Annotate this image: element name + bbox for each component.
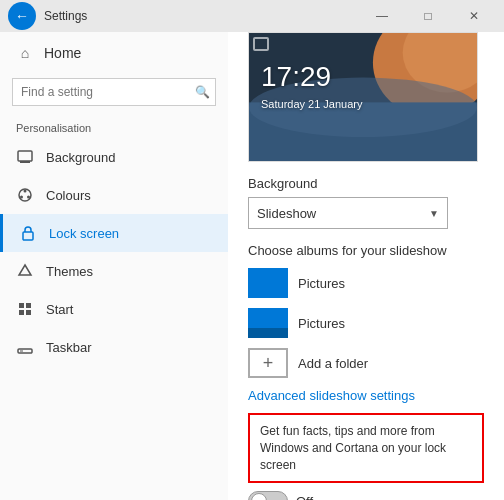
sidebar-item-taskbar[interactable]: Taskbar	[0, 328, 228, 366]
svg-point-4	[27, 196, 30, 199]
cortana-text: Get fun facts, tips and more from Window…	[260, 424, 446, 472]
close-button[interactable]: ✕	[452, 2, 496, 30]
album-thumb-2	[248, 308, 288, 338]
svg-rect-1	[20, 161, 30, 163]
lock-screen-label: Lock screen	[49, 226, 119, 241]
svg-rect-0	[18, 151, 32, 161]
back-button[interactable]: ←	[8, 2, 36, 30]
lock-date: Saturday 21 January	[261, 98, 363, 110]
home-icon: ⌂	[16, 44, 34, 62]
lock-screen-preview: 17:29 Saturday 21 January	[248, 32, 478, 162]
background-icon	[16, 148, 34, 166]
maximize-icon: □	[424, 9, 431, 23]
dropdown-value: Slideshow	[257, 206, 429, 221]
minimize-button[interactable]: —	[360, 2, 404, 30]
svg-point-5	[20, 196, 23, 199]
preview-bg	[249, 33, 477, 161]
sidebar-item-background[interactable]: Background	[0, 138, 228, 176]
taskbar-label: Taskbar	[46, 340, 92, 355]
advanced-slideshow-link[interactable]: Advanced slideshow settings	[248, 388, 484, 403]
sidebar-item-start[interactable]: Start	[0, 290, 228, 328]
toggle-row: Off	[248, 491, 484, 500]
themes-label: Themes	[46, 264, 93, 279]
settings-window: ← Settings — □ ✕ ⌂ Home 🔍 Pers	[0, 0, 504, 500]
svg-rect-6	[23, 232, 33, 240]
colours-label: Colours	[46, 188, 91, 203]
titlebar-title: Settings	[44, 9, 87, 23]
album-item-2[interactable]: Pictures	[248, 306, 484, 340]
close-icon: ✕	[469, 9, 479, 23]
album-name-1: Pictures	[298, 276, 345, 291]
lock-icon	[19, 224, 37, 242]
svg-rect-10	[26, 310, 31, 315]
search-input[interactable]	[12, 78, 216, 106]
albums-label: Choose albums for your slideshow	[248, 243, 484, 258]
start-label: Start	[46, 302, 73, 317]
monitor-icon	[253, 37, 269, 51]
taskbar-icon	[16, 338, 34, 356]
colours-icon	[16, 186, 34, 204]
sidebar-item-colours[interactable]: Colours	[0, 176, 228, 214]
sidebar-item-lock-screen[interactable]: Lock screen	[0, 214, 228, 252]
section-label: Personalisation	[0, 116, 228, 138]
album-item-1[interactable]: Pictures	[248, 266, 484, 300]
sidebar-item-themes[interactable]: Themes	[0, 252, 228, 290]
cortana-info-box: Get fun facts, tips and more from Window…	[248, 413, 484, 483]
titlebar: ← Settings — □ ✕	[0, 0, 504, 32]
sidebar: ⌂ Home 🔍 Personalisation Background Colo…	[0, 32, 228, 500]
svg-rect-8	[26, 303, 31, 308]
themes-icon	[16, 262, 34, 280]
svg-rect-7	[19, 303, 24, 308]
album-thumb-1	[248, 268, 288, 298]
background-dropdown[interactable]: Slideshow ▼	[248, 197, 448, 229]
titlebar-controls: — □ ✕	[360, 2, 496, 30]
toggle-label: Off	[296, 494, 313, 500]
home-label: Home	[44, 45, 81, 61]
background-section-label: Background	[248, 176, 484, 191]
background-label: Background	[46, 150, 115, 165]
add-folder-icon: +	[248, 348, 288, 378]
svg-rect-12	[20, 351, 23, 352]
svg-rect-9	[19, 310, 24, 315]
lock-time: 17:29	[261, 61, 331, 93]
main-content: 17:29 Saturday 21 January Background Sli…	[228, 32, 504, 500]
sidebar-search-container: 🔍	[12, 78, 216, 106]
back-icon: ←	[15, 8, 29, 24]
cortana-toggle[interactable]	[248, 491, 288, 500]
dropdown-arrow-icon: ▼	[429, 208, 439, 219]
minimize-icon: —	[376, 9, 388, 23]
sidebar-home[interactable]: ⌂ Home	[0, 32, 228, 74]
maximize-button[interactable]: □	[406, 2, 450, 30]
add-folder-label: Add a folder	[298, 356, 368, 371]
search-icon: 🔍	[195, 85, 210, 99]
svg-point-3	[24, 190, 27, 193]
album-name-2: Pictures	[298, 316, 345, 331]
toggle-knob	[251, 493, 267, 500]
content-area: ⌂ Home 🔍 Personalisation Background Colo…	[0, 32, 504, 500]
start-icon	[16, 300, 34, 318]
add-folder-item[interactable]: + Add a folder	[248, 346, 484, 380]
